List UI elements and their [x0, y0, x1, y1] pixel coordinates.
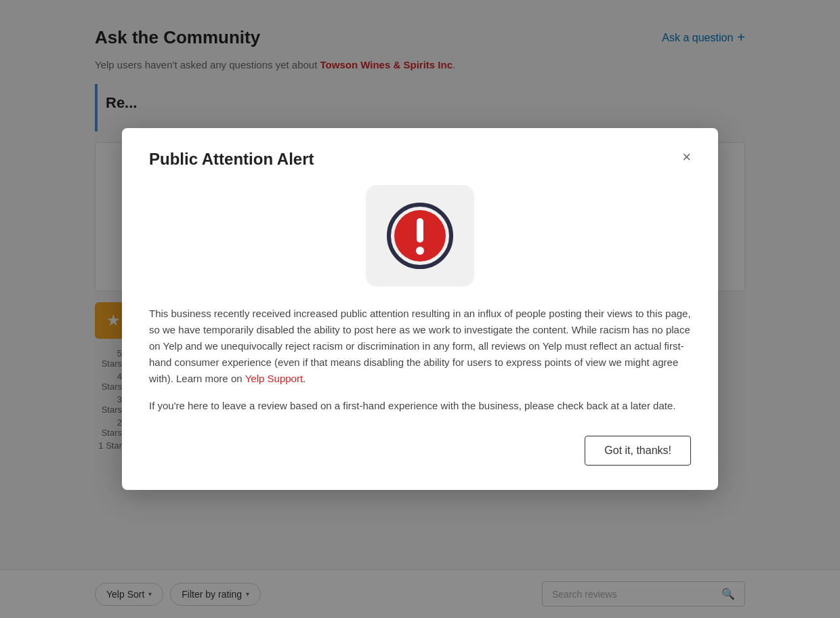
yelp-support-link[interactable]: Yelp Support: [245, 373, 303, 384]
modal-body-paragraph-1: This business recently received increase…: [149, 306, 691, 387]
modal-title: Public Attention Alert: [149, 150, 314, 169]
modal-close-button[interactable]: ×: [682, 150, 691, 165]
modal-body-paragraph-2: If you're here to leave a review based o…: [149, 398, 691, 414]
modal-header: Public Attention Alert ×: [149, 150, 691, 169]
alert-icon-background: [366, 185, 474, 287]
svg-point-3: [416, 247, 424, 255]
public-attention-alert-modal: Public Attention Alert × This busines: [122, 128, 718, 490]
modal-icon-area: [149, 185, 691, 287]
modal-footer: Got it, thanks!: [149, 436, 691, 466]
got-it-button[interactable]: Got it, thanks!: [585, 436, 691, 466]
alert-exclamation-icon: [386, 202, 454, 270]
svg-rect-2: [417, 218, 423, 243]
modal-overlay[interactable]: Public Attention Alert × This busines: [0, 0, 840, 618]
